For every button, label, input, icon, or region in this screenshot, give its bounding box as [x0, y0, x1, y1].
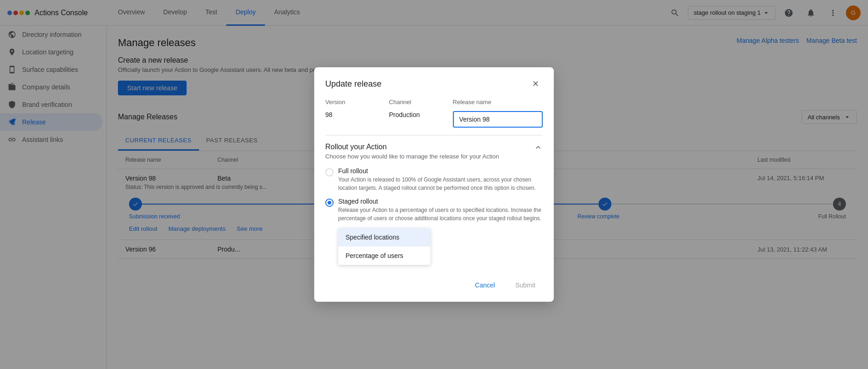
dialog-footer: Cancel Submit — [314, 272, 554, 302]
channel-header: Channel — [389, 99, 449, 107]
rollout-section-titles: Rollout your Action Choose how you would… — [325, 143, 499, 167]
dialog-close-button[interactable]: ✕ — [528, 76, 543, 91]
dialog-info-grid: Version Channel Release name 98 Producti… — [325, 99, 543, 128]
release-name-header: Release name — [453, 99, 543, 107]
staged-rollout-label: Staged rollout — [338, 198, 543, 205]
version-header: Version — [325, 99, 385, 107]
dialog-title: Update release — [325, 79, 381, 89]
modal-overlay: Update release ✕ Version Channel Release… — [0, 0, 868, 369]
full-rollout-option[interactable]: Full rollout Your Action is released to … — [325, 167, 543, 192]
rollout-collapse-button[interactable] — [534, 143, 543, 154]
staged-dropdown-menu: Specified locations Percentage of users — [338, 228, 430, 265]
full-rollout-radio[interactable] — [325, 168, 334, 176]
version-value: 98 — [325, 111, 385, 128]
dialog-header: Update release ✕ — [314, 67, 554, 91]
rollout-section-header: Rollout your Action Choose how you would… — [325, 143, 543, 167]
dialog-body: Version Channel Release name 98 Producti… — [314, 91, 554, 272]
staged-dropdown-container: Specified locations Percentage of users — [338, 228, 543, 265]
staged-rollout-desc: Release your Action to a percentage of u… — [338, 206, 543, 223]
dropdown-item-percentage[interactable]: Percentage of users — [338, 246, 430, 265]
dropdown-item-locations[interactable]: Specified locations — [338, 228, 430, 246]
full-rollout-desc: Your Action is released to 100% of Googl… — [338, 176, 543, 192]
staged-rollout-option[interactable]: Staged rollout Release your Action to a … — [325, 198, 543, 223]
radio-inner-dot — [328, 201, 331, 205]
rollout-desc: Choose how you would like to manage the … — [325, 153, 499, 160]
release-name-input[interactable] — [453, 111, 543, 128]
rollout-title: Rollout your Action — [325, 143, 499, 151]
full-rollout-label: Full rollout — [338, 167, 543, 175]
staged-rollout-text: Staged rollout Release your Action to a … — [338, 198, 543, 223]
submit-button[interactable]: Submit — [508, 278, 543, 293]
dialog-divider — [325, 135, 543, 135]
update-release-dialog: Update release ✕ Version Channel Release… — [314, 67, 554, 302]
staged-rollout-radio[interactable] — [325, 199, 334, 207]
full-rollout-text: Full rollout Your Action is released to … — [338, 167, 543, 192]
channel-value: Production — [389, 111, 449, 128]
cancel-button[interactable]: Cancel — [468, 278, 503, 293]
